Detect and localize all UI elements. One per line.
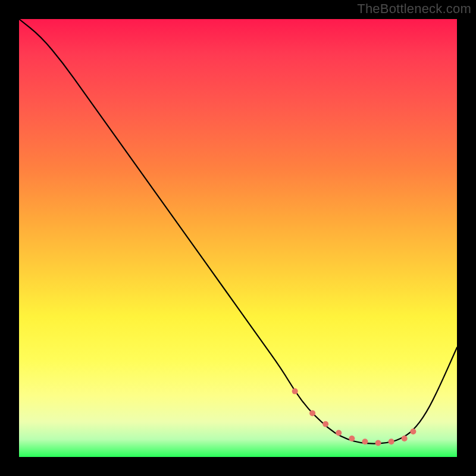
curve-path — [19, 19, 457, 444]
watermark-text: TheBottleneck.com — [357, 1, 471, 17]
bottleneck-curve — [19, 19, 457, 457]
highlight-dot — [410, 428, 416, 434]
highlight-dot — [375, 440, 381, 446]
chart-frame: TheBottleneck.com — [0, 0, 476, 476]
highlight-dot — [336, 430, 342, 436]
highlight-dot — [362, 439, 368, 444]
highlight-dots — [292, 389, 416, 446]
highlight-dot — [389, 439, 394, 444]
highlight-dot — [322, 421, 328, 427]
highlight-dot — [292, 389, 298, 394]
highlight-dot — [402, 436, 408, 441]
highlight-dot — [309, 410, 315, 416]
plot-area — [19, 19, 457, 457]
highlight-dot — [349, 436, 355, 441]
